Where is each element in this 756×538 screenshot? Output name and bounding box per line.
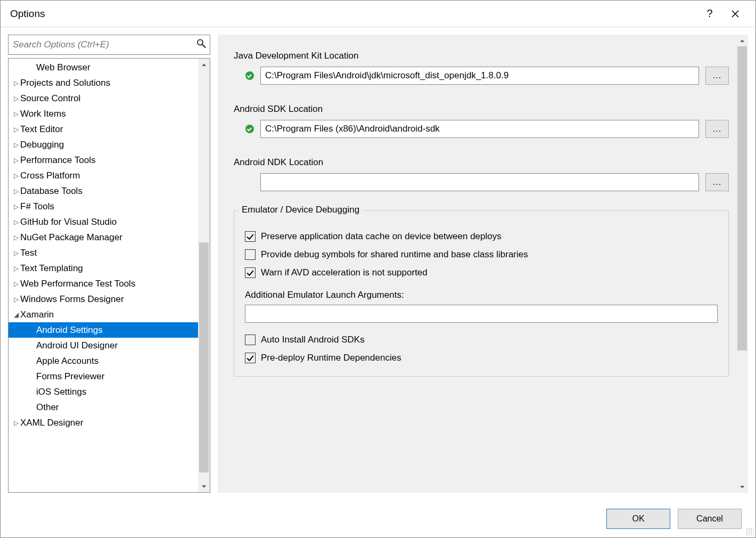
launchargs-input[interactable] — [245, 305, 718, 323]
tree-item[interactable]: Android Settings — [9, 322, 198, 338]
tree-item[interactable]: ▷Work Items — [9, 106, 198, 121]
tree-item-label: Database Tools — [20, 186, 83, 197]
checkbox-icon — [245, 267, 256, 278]
tree-item[interactable]: ▷Text Editor — [9, 121, 198, 137]
predeploy-label: Pre-deploy Runtime Dependencies — [261, 353, 401, 363]
tree-item[interactable]: ▷Cross Platform — [9, 168, 198, 183]
tree-item-label: Text Templating — [20, 263, 83, 274]
checkbox-icon — [245, 353, 256, 363]
chevron-right-icon: ▷ — [12, 265, 20, 272]
tree-scrollbar[interactable]: ⏶ ⏷ — [198, 59, 210, 492]
tree-item[interactable]: Web Browser — [9, 60, 198, 75]
close-button[interactable] — [725, 3, 746, 25]
scroll-up-icon[interactable]: ⏶ — [198, 59, 210, 70]
scroll-track[interactable] — [198, 70, 210, 480]
autoinstall-checkbox-row[interactable]: Auto Install Android SDKs — [245, 335, 718, 345]
tree-item[interactable]: ▷Web Performance Test Tools — [9, 276, 198, 291]
tree-item[interactable]: Android UI Designer — [9, 338, 198, 353]
preserve-checkbox-row[interactable]: Preserve application data cache on devic… — [245, 231, 718, 242]
preserve-label: Preserve application data cache on devic… — [261, 231, 502, 242]
scroll-down-icon[interactable]: ⏷ — [198, 480, 210, 492]
tree-item[interactable]: ▷GitHub for Visual Studio — [9, 214, 198, 230]
group-legend: Emulator / Device Debugging — [239, 205, 363, 215]
search-input[interactable] — [8, 35, 210, 55]
chevron-right-icon: ▷ — [12, 172, 20, 180]
tree-item[interactable]: Other — [9, 400, 198, 415]
tree-item-label: Text Editor — [20, 124, 63, 135]
chevron-right-icon: ▷ — [12, 95, 20, 102]
warnavd-checkbox-row[interactable]: Warn if AVD acceleration is not supporte… — [245, 267, 718, 278]
chevron-right-icon: ▷ — [12, 280, 20, 288]
tree-item-label: XAML Designer — [20, 418, 83, 428]
tree-item-label: Android Settings — [36, 325, 103, 336]
warnavd-label: Warn if AVD acceleration is not supporte… — [261, 267, 428, 278]
tree-item[interactable]: ▷XAML Designer — [9, 415, 198, 430]
tree-items: Web Browser▷Projects and Solutions▷Sourc… — [9, 59, 198, 492]
jdk-field: Java Development Kit Location ... — [234, 51, 729, 85]
tree-item[interactable]: ▷Performance Tools — [9, 152, 198, 168]
predeploy-checkbox-row[interactable]: Pre-deploy Runtime Dependencies — [245, 353, 718, 363]
left-pane: Web Browser▷Projects and Solutions▷Sourc… — [8, 35, 210, 493]
tree-item[interactable]: ▷Windows Forms Designer — [9, 291, 198, 307]
tree-item[interactable]: iOS Settings — [9, 384, 198, 400]
tree-item[interactable]: ▷Text Templating — [9, 260, 198, 276]
jdk-input[interactable] — [260, 67, 699, 85]
tree-item[interactable]: ▷Projects and Solutions — [9, 75, 198, 91]
ndk-field: Android NDK Location ... — [234, 157, 729, 191]
chevron-right-icon: ▷ — [12, 218, 20, 226]
chevron-right-icon: ▷ — [12, 79, 20, 87]
tree-item-label: Debugging — [20, 140, 64, 150]
sdk-browse-button[interactable]: ... — [705, 120, 729, 138]
chevron-right-icon: ▷ — [12, 203, 20, 210]
tree-item[interactable]: ▷Debugging — [9, 137, 198, 152]
tree-item[interactable]: Apple Accounts — [9, 353, 198, 369]
debugsym-checkbox-row[interactable]: Provide debug symbols for shared runtime… — [245, 249, 718, 260]
sdk-label: Android SDK Location — [234, 104, 729, 115]
scroll-thumb[interactable] — [737, 46, 747, 350]
ok-button[interactable]: OK — [606, 509, 670, 529]
svg-line-1 — [202, 45, 206, 48]
tree-item-label: Forms Previewer — [36, 371, 104, 382]
tree-item[interactable]: ◢Xamarin — [9, 307, 198, 322]
scroll-down-icon[interactable]: ⏷ — [736, 481, 748, 493]
chevron-right-icon: ▷ — [12, 188, 20, 195]
tree-item-label: Android UI Designer — [36, 340, 118, 351]
tree-item-label: Web Performance Test Tools — [20, 279, 135, 289]
ndk-input[interactable] — [260, 173, 699, 191]
search-wrap — [8, 35, 210, 55]
valid-icon — [245, 71, 254, 80]
tree-item-label: Windows Forms Designer — [20, 294, 124, 305]
help-button[interactable]: ? — [699, 3, 720, 25]
window-title: Options — [10, 8, 695, 20]
jdk-browse-button[interactable]: ... — [705, 67, 729, 85]
chevron-right-icon: ▷ — [12, 126, 20, 133]
tree-item[interactable]: Forms Previewer — [9, 369, 198, 384]
valid-icon — [245, 125, 254, 133]
jdk-label: Java Development Kit Location — [234, 51, 729, 61]
tree-item[interactable]: ▷Source Control — [9, 91, 198, 106]
resize-grip-icon[interactable] — [746, 528, 753, 535]
cancel-button[interactable]: Cancel — [678, 509, 742, 529]
chevron-down-icon: ◢ — [12, 311, 20, 319]
close-icon — [731, 10, 739, 18]
ndk-browse-button[interactable]: ... — [705, 173, 729, 191]
tree-item-label: Xamarin — [20, 309, 54, 320]
scroll-thumb[interactable] — [199, 242, 209, 472]
sdk-field: Android SDK Location ... — [234, 104, 729, 138]
tree-item[interactable]: ▷Database Tools — [9, 183, 198, 199]
tree-item[interactable]: ▷F# Tools — [9, 199, 198, 214]
chevron-right-icon: ▷ — [12, 141, 20, 149]
sdk-input[interactable] — [260, 120, 699, 138]
scroll-up-icon[interactable]: ⏶ — [736, 35, 748, 46]
scroll-track[interactable] — [736, 46, 748, 481]
tree-item-label: F# Tools — [20, 201, 54, 212]
tree-item[interactable]: ▷Test — [9, 245, 198, 260]
ndk-label: Android NDK Location — [234, 157, 729, 168]
dialog-footer: OK Cancel — [1, 500, 755, 537]
tree-item[interactable]: ▷NuGet Package Manager — [9, 230, 198, 245]
svg-point-0 — [198, 40, 203, 45]
checkbox-icon — [245, 231, 256, 242]
checkbox-icon — [245, 335, 256, 345]
panel-scrollbar[interactable]: ⏶ ⏷ — [736, 35, 748, 493]
category-tree: Web Browser▷Projects and Solutions▷Sourc… — [8, 58, 210, 493]
